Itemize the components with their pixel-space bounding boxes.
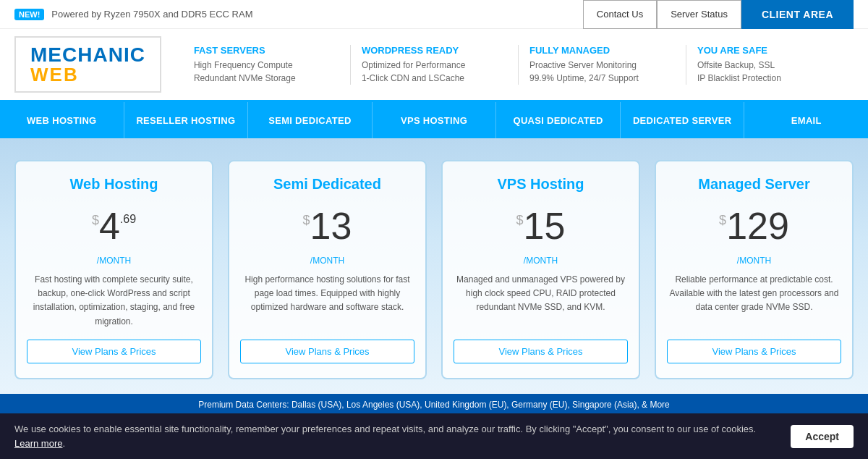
top-bar: NEW! Powered by Ryzen 7950X and DDR5 ECC… — [0, 0, 868, 29]
nav-semi-dedicated[interactable]: SEMI DEDICATED — [248, 102, 373, 138]
feature-title-2: WORDPRESS READY — [362, 45, 507, 56]
data-centers-strip: Premium Data Centers: Dallas (USA), Los … — [0, 394, 868, 416]
pricing-card-web-hosting: Web Hosting $ 4 .69 /MONTH Fast hosting … — [14, 160, 213, 379]
pricing-card-semi-dedicated: Semi Dedicated $ 13 /MONTH High performa… — [228, 160, 427, 379]
features-list: FAST SERVERS High Frequency Compute Redu… — [183, 36, 854, 93]
logo-mechanic: MECHANIC — [30, 45, 145, 65]
price-main-1: 4 — [99, 207, 120, 245]
card-title-1: Web Hosting — [27, 176, 201, 193]
feature-bar: MECHANIC WEB FAST SERVERS High Frequency… — [0, 29, 868, 102]
feature-desc-4b: IP Blacklist Protection — [697, 72, 843, 85]
card-title-4: Managed Server — [667, 176, 841, 193]
nav-email[interactable]: EMAIL — [744, 102, 868, 138]
feature-wordpress: WORDPRESS READY Optimized for Performanc… — [350, 45, 518, 85]
feature-desc-1b: Redundant NVMe Storage — [194, 72, 339, 85]
feature-title-1: FAST SERVERS — [194, 45, 339, 56]
announcement-text: Powered by Ryzen 7950X and DDR5 ECC RAM — [51, 9, 252, 20]
price-wrap-1: $ 4 .69 — [27, 207, 201, 245]
feature-desc-2a: Optimized for Performance — [362, 59, 507, 72]
top-bar-left: NEW! Powered by Ryzen 7950X and DDR5 ECC… — [14, 9, 253, 20]
card-desc-1: Fast hosting with complete security suit… — [27, 273, 201, 329]
view-plans-button-3[interactable]: View Plans & Prices — [454, 340, 628, 363]
price-period-2: /MONTH — [240, 256, 414, 266]
feature-title-3: FULLY MANAGED — [529, 45, 675, 56]
feature-desc-1a: High Frequency Compute — [194, 59, 339, 72]
nav-web-hosting[interactable]: WEB HOSTING — [0, 102, 124, 138]
logo[interactable]: MECHANIC WEB — [14, 36, 161, 93]
price-wrap-3: $ 15 — [454, 207, 628, 245]
card-title-3: VPS Hosting — [454, 176, 628, 193]
feature-desc-4a: Offsite Backup, SSL — [697, 59, 843, 72]
price-cents-1: .69 — [120, 213, 136, 226]
pricing-card-managed-server: Managed Server $ 129 /MONTH Reliable per… — [655, 160, 854, 379]
nav-dedicated-server[interactable]: DEDICATED SERVER — [621, 102, 745, 138]
price-main-4: 129 — [726, 207, 789, 245]
card-title-2: Semi Dedicated — [240, 176, 414, 193]
feature-desc-2b: 1-Click CDN and LSCache — [362, 72, 507, 85]
contact-us-button[interactable]: Contact Us — [583, 0, 657, 29]
server-status-button[interactable]: Server Status — [657, 0, 741, 29]
nav-vps-hosting[interactable]: VPS HOSTING — [373, 102, 497, 138]
logo-text: MECHANIC WEB — [30, 45, 145, 84]
price-dollar-1: $ — [92, 213, 99, 228]
price-main-3: 15 — [524, 207, 566, 245]
pricing-grid: Web Hosting $ 4 .69 /MONTH Fast hosting … — [14, 160, 854, 379]
price-wrap-4: $ 129 — [667, 207, 841, 245]
nav-quasi-dedicated[interactable]: QUASI DEDICATED — [496, 102, 621, 138]
navigation-bar: WEB HOSTING RESELLER HOSTING SEMI DEDICA… — [0, 102, 868, 138]
card-desc-4: Reliable performance at predictable cost… — [667, 273, 841, 329]
card-desc-3: Managed and unmanaged VPS powered by hig… — [454, 273, 628, 329]
price-wrap-2: $ 13 — [240, 207, 414, 245]
nav-reseller-hosting[interactable]: RESELLER HOSTING — [124, 102, 249, 138]
price-dollar-2: $ — [303, 213, 310, 228]
logo-web: WEB — [30, 65, 145, 84]
feature-fast-servers: FAST SERVERS High Frequency Compute Redu… — [183, 45, 350, 85]
feature-title-4: YOU ARE SAFE — [697, 45, 843, 56]
price-period-3: /MONTH — [454, 256, 628, 266]
top-bar-right: Contact Us Server Status CLIENT AREA — [583, 0, 854, 29]
price-main-2: 13 — [310, 207, 352, 245]
view-plans-button-4[interactable]: View Plans & Prices — [667, 340, 841, 363]
feature-desc-3b: 99.9% Uptime, 24/7 Support — [529, 72, 675, 85]
price-dollar-3: $ — [516, 213, 524, 228]
main-content: Web Hosting $ 4 .69 /MONTH Fast hosting … — [0, 138, 868, 394]
pricing-card-vps-hosting: VPS Hosting $ 15 /MONTH Managed and unma… — [441, 160, 640, 379]
price-dollar-4: $ — [719, 213, 726, 228]
cookie-bar: We use cookies to enable essential site … — [0, 413, 868, 416]
price-period-4: /MONTH — [667, 256, 841, 266]
feature-safe: YOU ARE SAFE Offsite Backup, SSL IP Blac… — [686, 45, 854, 85]
view-plans-button-2[interactable]: View Plans & Prices — [240, 340, 414, 363]
card-desc-2: High performance hosting solutions for f… — [240, 273, 414, 329]
client-area-button[interactable]: CLIENT AREA — [741, 0, 854, 29]
new-badge: NEW! — [14, 9, 44, 20]
price-period-1: /MONTH — [27, 256, 201, 266]
view-plans-button-1[interactable]: View Plans & Prices — [27, 340, 201, 363]
feature-desc-3a: Proactive Server Monitoring — [529, 59, 675, 72]
feature-managed: FULLY MANAGED Proactive Server Monitorin… — [518, 45, 686, 85]
data-centers-text: Premium Data Centers: Dallas (USA), Los … — [198, 400, 670, 410]
